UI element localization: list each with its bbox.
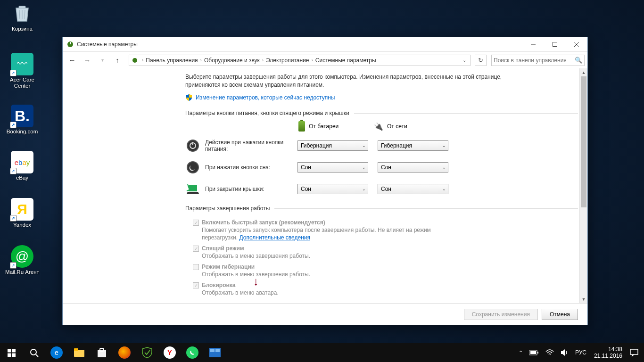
breadcrumb-item[interactable]: Панель управления <box>145 57 198 64</box>
mailru-icon: @↗ <box>11 245 33 268</box>
search-icon[interactable]: 🔍 <box>575 57 582 64</box>
power-battery-combo[interactable]: Гибернация⌄ <box>297 140 368 151</box>
checkbox[interactable]: ✓ <box>193 282 199 288</box>
scroll-up-button[interactable]: ▲ <box>580 68 587 76</box>
power-options-icon <box>66 41 74 48</box>
nav-forward-button[interactable]: → <box>81 54 94 67</box>
maximize-button[interactable] <box>544 37 566 51</box>
battery-icon <box>298 121 305 132</box>
laptop-lid-icon <box>185 181 200 197</box>
desktop-icon-label: Mail.Ru Агент <box>5 269 40 275</box>
desktop-icon-recycle-bin[interactable]: Корзина <box>5 2 40 32</box>
uac-shield-link[interactable]: Изменение параметров, которые сейчас нед… <box>185 94 578 101</box>
sleep-plugged-combo[interactable]: Сон⌄ <box>378 162 448 173</box>
svg-rect-26 <box>100 348 104 351</box>
svg-rect-7 <box>553 42 557 47</box>
lid-plugged-combo[interactable]: Сон⌄ <box>378 184 448 194</box>
hibernate-option: Режим гибернации Отображать в меню завер… <box>193 263 578 278</box>
desktop-icon-acer-care[interactable]: 〰↗ Acer Care Center <box>5 53 40 89</box>
tray-action-center[interactable] <box>627 343 641 362</box>
breadcrumb-item[interactable]: Оборудование и звук <box>203 57 261 64</box>
recycle-bin-icon <box>11 2 33 25</box>
desktop-icon-label: Корзина <box>5 26 40 32</box>
search-box[interactable]: 🔍 <box>491 55 585 66</box>
shortcut-arrow-icon: ↗ <box>10 215 17 222</box>
scroll-down-button[interactable]: ▼ <box>580 295 587 303</box>
checkbox[interactable]: ✓ <box>193 220 199 226</box>
chevron-right-icon[interactable]: › <box>140 58 145 63</box>
nav-back-button[interactable]: ← <box>66 54 79 67</box>
taskbar-app-store[interactable] <box>91 343 113 362</box>
chevron-right-icon[interactable]: › <box>310 58 314 63</box>
shortcut-arrow-icon: ↗ <box>10 262 17 269</box>
tray-language[interactable]: РУС <box>572 343 589 362</box>
tray-expand-button[interactable]: ⌃ <box>516 343 526 362</box>
booking-icon: B.↗ <box>11 105 33 127</box>
battery-column-header: От батареи <box>298 121 374 132</box>
cancel-button[interactable]: Отмена <box>542 309 578 320</box>
desktop-icon-label: Acer Care Center <box>5 77 40 89</box>
shortcut-arrow-icon: ↗ <box>10 168 17 174</box>
checkbox[interactable]: ✓ <box>193 246 199 252</box>
breadcrumb[interactable]: › Панель управления › Оборудование и зву… <box>129 55 471 66</box>
svg-rect-14 <box>192 142 193 145</box>
svg-rect-0 <box>19 6 25 8</box>
search-input[interactable] <box>494 57 575 64</box>
checkbox-label: Блокировка <box>202 282 236 288</box>
breadcrumb-item[interactable]: Электропитание <box>265 57 310 64</box>
svg-rect-24 <box>74 348 78 351</box>
cortana-search-button[interactable] <box>23 343 45 362</box>
breadcrumb-item[interactable]: Системные параметры <box>314 57 377 64</box>
shortcut-arrow-icon: ↗ <box>10 122 17 128</box>
taskbar-app-edge[interactable]: e <box>45 343 68 362</box>
taskbar-app-yandex-browser[interactable]: Y <box>158 343 181 362</box>
control-panel-window: Системные параметры ← → ▾ ↑ › Панель упр… <box>62 37 588 325</box>
checkbox[interactable] <box>193 264 199 270</box>
acer-care-icon: 〰↗ <box>11 53 33 75</box>
tray-battery-icon[interactable] <box>527 343 542 362</box>
desktop-icon-yandex[interactable]: Я↗ Yandex <box>5 198 40 228</box>
breadcrumb-dropdown[interactable]: ⌄ <box>461 58 468 63</box>
window-title: Системные параметры <box>77 41 522 48</box>
taskbar-app-adguard[interactable] <box>136 343 158 362</box>
setting-label: Действие при нажатии кнопки питания: <box>205 139 293 152</box>
section-heading: Параметры кнопки питания, кнопки спящего… <box>185 110 578 116</box>
sleep-option: ✓Спящий режим Отображать в меню завершен… <box>193 245 578 260</box>
more-info-link[interactable]: Дополнительные сведения <box>239 234 310 241</box>
taskbar-app-whatsapp[interactable] <box>181 343 204 362</box>
tray-volume-icon[interactable] <box>558 343 571 362</box>
shield-icon <box>185 94 193 101</box>
column-headers: От батареи 🔌 От сети <box>185 121 578 132</box>
chevron-right-icon[interactable]: › <box>199 58 203 63</box>
tray-wifi-icon[interactable] <box>543 343 557 362</box>
nav-history-button[interactable]: ▾ <box>96 54 109 67</box>
lid-battery-combo[interactable]: Сон⌄ <box>297 184 368 194</box>
taskbar-app-firefox[interactable] <box>113 343 136 362</box>
shield-link-text[interactable]: Изменение параметров, которые сейчас нед… <box>196 94 335 101</box>
nav-up-button[interactable]: ↑ <box>111 54 124 67</box>
desktop-icon-mailru[interactable]: @↗ Mail.Ru Агент <box>5 245 40 275</box>
sleep-battery-combo[interactable]: Сон⌄ <box>297 162 368 173</box>
power-plugged-combo[interactable]: Гибернация⌄ <box>378 140 448 151</box>
start-button[interactable] <box>0 343 23 362</box>
svg-line-22 <box>36 354 38 357</box>
vertical-scrollbar[interactable]: ▲ ▼ <box>579 68 587 303</box>
close-button[interactable] <box>566 37 587 51</box>
checkbox-description: Помогает ускорить запуск компьютера посл… <box>202 226 466 241</box>
minimize-button[interactable] <box>522 37 544 51</box>
refresh-button[interactable]: ↻ <box>475 55 487 66</box>
chevron-down-icon: ⌄ <box>362 165 366 170</box>
scroll-thumb[interactable] <box>581 76 586 207</box>
desktop-icon-booking[interactable]: B.↗ Booking.com <box>5 105 40 135</box>
tray-clock[interactable]: 14:38 21.11.2016 <box>590 346 626 359</box>
svg-rect-33 <box>630 349 638 354</box>
power-options-icon <box>131 57 139 64</box>
taskbar-app-explorer[interactable] <box>68 343 91 362</box>
checkbox-description: Отображать в меню завершения работы. <box>202 252 466 260</box>
taskbar-app-control-panel[interactable] <box>204 343 226 362</box>
setting-label: При нажатии кнопки сна: <box>205 164 293 171</box>
desktop-icon-ebay[interactable]: ebay↗ eBay <box>5 151 40 181</box>
content-area: Выберите параметры завершения работы для… <box>63 68 587 303</box>
chevron-right-icon[interactable]: › <box>261 58 265 63</box>
lock-option: ✓Блокировка Отображать в меню аватара. <box>193 282 578 296</box>
